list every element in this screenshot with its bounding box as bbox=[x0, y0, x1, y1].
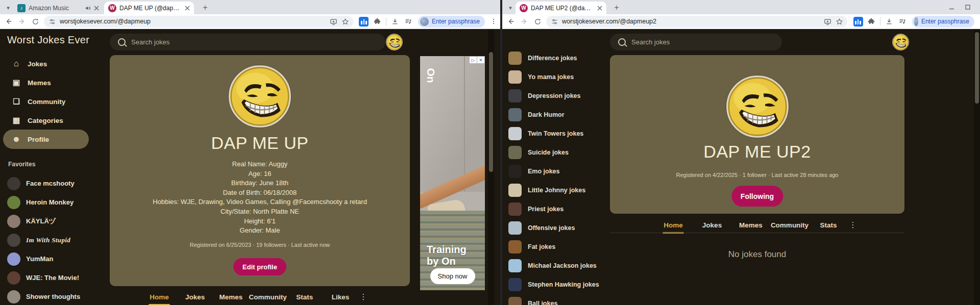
sidebar-nav-item[interactable]: Memes bbox=[3, 73, 89, 92]
enter-passphrase-button[interactable]: Enter passphrase bbox=[912, 16, 974, 28]
chrome-menu-kebab-icon[interactable] bbox=[487, 15, 500, 28]
minimize-window-icon[interactable] bbox=[947, 3, 955, 11]
wayback-extension-icon[interactable] bbox=[357, 15, 371, 28]
maximize-window-icon[interactable] bbox=[964, 3, 972, 11]
playlist-music-icon[interactable] bbox=[896, 15, 909, 28]
category-thumbnail bbox=[508, 202, 522, 216]
adchoices-icon[interactable]: ▷ bbox=[470, 57, 477, 63]
category-item[interactable]: Depression jokes bbox=[508, 86, 596, 105]
downloads-icon[interactable] bbox=[883, 15, 896, 28]
category-item[interactable]: Offensive jokes bbox=[508, 218, 596, 237]
back-button[interactable] bbox=[2, 15, 15, 28]
tab-close-icon[interactable] bbox=[597, 6, 602, 11]
sidebar-nav-item[interactable]: Jokes bbox=[3, 54, 89, 73]
profile-tab[interactable]: Likes bbox=[323, 293, 358, 301]
browser-tab-amazon-music[interactable]: ♪ Amazon Music bbox=[13, 2, 103, 14]
favorite-item[interactable]: YumMan bbox=[3, 249, 90, 268]
category-item[interactable]: Difference jokes bbox=[508, 48, 596, 67]
profile-tab[interactable]: Jokes bbox=[177, 293, 213, 301]
extensions-puzzle-icon[interactable] bbox=[865, 15, 878, 28]
install-app-icon[interactable] bbox=[330, 18, 337, 26]
category-item[interactable]: Michael Jackson jokes bbox=[508, 256, 596, 275]
category-item[interactable]: Yo mama jokes bbox=[508, 67, 596, 86]
favorite-item[interactable]: WJE: The Movie! bbox=[3, 268, 90, 287]
favorite-item[interactable]: Face mcshooty bbox=[3, 174, 90, 193]
back-button[interactable] bbox=[504, 15, 518, 28]
downloads-icon[interactable] bbox=[388, 15, 402, 28]
bookmark-star-icon[interactable] bbox=[341, 18, 349, 26]
sidebar-nav-item[interactable]: Categories bbox=[3, 111, 89, 130]
tab-search-caret-icon[interactable]: ▾ bbox=[506, 4, 514, 12]
browser-tab-dapmeup2[interactable]: W DAP ME UP2 (@dapmeup2) - W bbox=[516, 2, 606, 14]
category-label: Depression jokes bbox=[528, 92, 581, 99]
forward-button[interactable] bbox=[518, 15, 531, 28]
category-item[interactable]: Stephen Hawking jokes bbox=[508, 275, 596, 294]
new-tab-button[interactable]: + bbox=[200, 3, 210, 13]
sidebar-nav-item[interactable]: Community bbox=[3, 92, 89, 111]
playlist-music-icon[interactable] bbox=[402, 15, 415, 28]
install-app-icon[interactable] bbox=[824, 18, 831, 26]
reload-button[interactable] bbox=[531, 15, 544, 28]
profile-detail-line: Date of Birth: 06/18/2008 bbox=[110, 188, 410, 198]
favorite-item[interactable]: Im With Stupid bbox=[3, 231, 90, 249]
category-label: Offensive jokes bbox=[528, 224, 575, 232]
category-item[interactable]: Little Johnny jokes bbox=[508, 181, 596, 199]
category-label: Suicide jokes bbox=[528, 149, 569, 156]
category-item[interactable]: Suicide jokes bbox=[508, 143, 596, 162]
profile-tab[interactable]: Community bbox=[770, 221, 809, 229]
ad-banner[interactable]: On ▷ ✕ Training by On Shop now bbox=[420, 56, 485, 290]
following-button[interactable]: Following bbox=[731, 186, 783, 207]
category-item[interactable]: Priest jokes bbox=[508, 199, 596, 218]
tab-search-caret-icon[interactable]: ▾ bbox=[4, 4, 12, 12]
profile-tab[interactable]: Memes bbox=[213, 293, 249, 301]
profile-tab[interactable]: Jokes bbox=[693, 221, 731, 229]
category-item[interactable]: Emo jokes bbox=[508, 162, 596, 181]
address-bar[interactable]: worstjokesever.com/@dapmeup bbox=[44, 16, 353, 28]
search-input[interactable]: Search jokes bbox=[610, 34, 782, 50]
profile-tab-label: Memes bbox=[219, 293, 243, 301]
category-item[interactable]: Dark Humor bbox=[508, 105, 596, 124]
sidebar-nav-item[interactable]: Profile bbox=[3, 130, 89, 149]
address-bar[interactable]: worstjokesever.com/@dapmeup2 bbox=[546, 16, 847, 28]
scrollbar-thumb[interactable] bbox=[489, 52, 493, 172]
scrollbar-thumb[interactable] bbox=[975, 32, 979, 104]
search-input[interactable]: Search jokes bbox=[110, 34, 385, 50]
extensions-puzzle-icon[interactable] bbox=[371, 15, 384, 28]
edit-profile-button[interactable]: Edit profile bbox=[233, 258, 286, 275]
profile-tab[interactable]: Stats bbox=[809, 221, 848, 229]
tab-close-icon[interactable] bbox=[94, 6, 99, 11]
profile-tab[interactable]: Community bbox=[249, 293, 286, 301]
profile-more-kebab-icon[interactable]: ⋮ bbox=[848, 220, 858, 230]
profile-tab[interactable]: Home bbox=[141, 293, 177, 301]
profile-tab[interactable]: Home bbox=[654, 221, 693, 229]
user-avatar[interactable] bbox=[386, 34, 403, 50]
category-item[interactable]: Twin Towers jokes bbox=[508, 124, 596, 143]
tab-close-icon[interactable] bbox=[185, 6, 190, 11]
favorite-item[interactable]: Shower thoughts bbox=[3, 287, 90, 305]
wayback-extension-icon[interactable] bbox=[851, 15, 865, 28]
forward-button[interactable] bbox=[15, 15, 29, 28]
browser-tab-dapmeup[interactable]: W DAP ME UP (@dapmeup) - Wo bbox=[104, 2, 194, 14]
bookmark-star-icon[interactable] bbox=[836, 18, 843, 26]
shop-now-button[interactable]: Shop now bbox=[430, 268, 475, 284]
profile-more-kebab-icon[interactable]: ⋮ bbox=[358, 292, 369, 301]
reload-button[interactable] bbox=[29, 15, 42, 28]
nav-label: Profile bbox=[28, 136, 49, 143]
category-label: Dark Humor bbox=[528, 111, 565, 118]
enter-passphrase-button[interactable]: Enter passphrase bbox=[418, 16, 485, 28]
ad-close-icon[interactable]: ✕ bbox=[477, 57, 484, 63]
favorite-item[interactable]: KÄYLÄヅ bbox=[3, 212, 90, 231]
url-text: worstjokesever.com/@dapmeup2 bbox=[562, 18, 820, 25]
new-tab-button[interactable]: + bbox=[611, 3, 622, 13]
favorite-item[interactable]: Heroin Monkey bbox=[3, 193, 90, 212]
profile-photo[interactable] bbox=[229, 65, 291, 128]
category-item[interactable]: Fat jokes bbox=[508, 237, 596, 256]
category-thumbnail bbox=[508, 165, 522, 178]
category-item[interactable]: Ball jokes bbox=[508, 294, 596, 305]
profile-photo[interactable] bbox=[726, 75, 789, 138]
troll-grin-emoji bbox=[386, 34, 402, 50]
audio-playing-icon[interactable] bbox=[85, 5, 91, 11]
profile-tab[interactable]: Memes bbox=[731, 221, 770, 229]
profile-tab[interactable]: Stats bbox=[287, 293, 323, 301]
user-avatar[interactable] bbox=[892, 34, 909, 50]
